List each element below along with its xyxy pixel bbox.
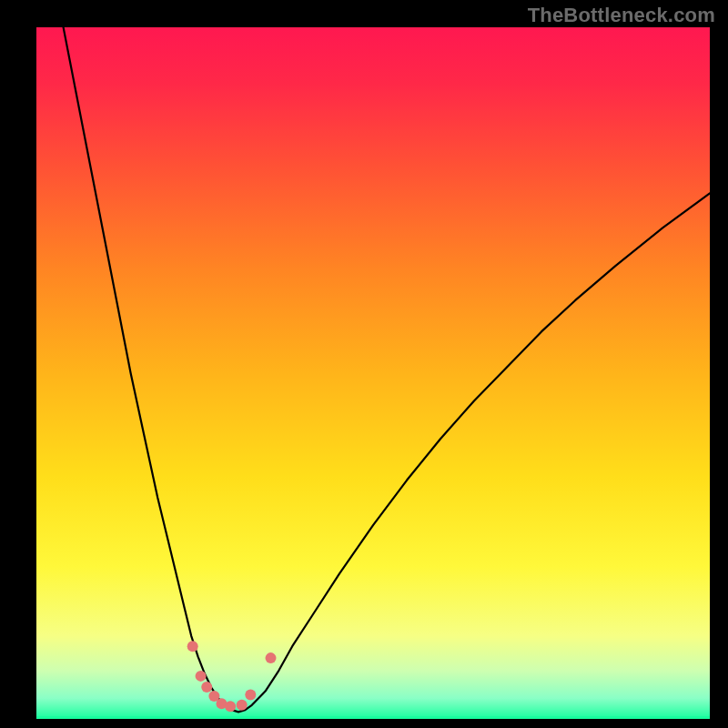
plot-area (36, 27, 710, 719)
marker-point (225, 701, 236, 712)
marker-point (245, 689, 256, 700)
baseline (36, 716, 710, 719)
marker-point (187, 641, 198, 652)
marker-point (196, 671, 207, 682)
marker-point (201, 682, 212, 693)
watermark-text: TheBottleneck.com (528, 4, 715, 27)
gradient-background (36, 27, 710, 719)
chart-container: TheBottleneck.com (0, 0, 728, 728)
chart-svg (36, 27, 710, 719)
marker-point (266, 652, 277, 663)
marker-point (237, 700, 248, 711)
